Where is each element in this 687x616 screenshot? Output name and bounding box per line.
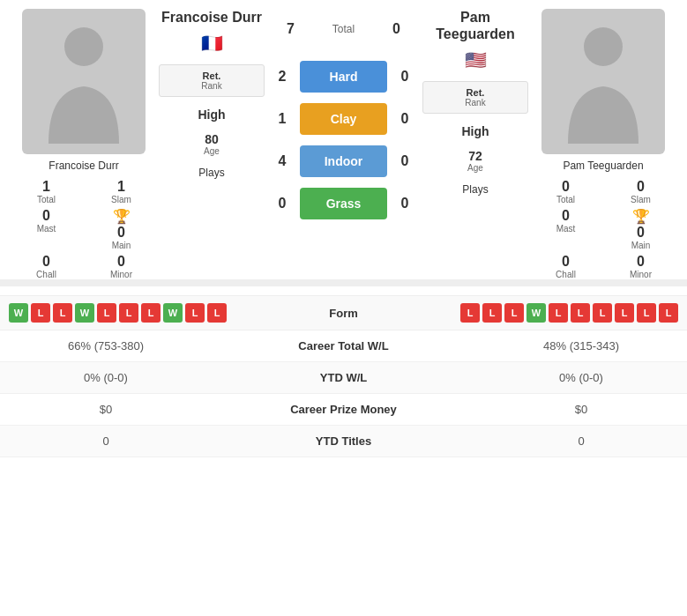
svg-point-0 [64, 27, 103, 66]
form-badge-left-7: W [163, 303, 183, 323]
main-container: Francoise Durr 1 Total 1 Slam 0 Mast 🏆 0 [0, 0, 687, 457]
player2-stats-grid: 0 Total 0 Slam 0 Mast 🏆 0 Main 0 [528, 179, 678, 279]
stats-right-val-2: $0 [493, 403, 669, 416]
form-badge-left-0: W [9, 303, 28, 323]
player1-main-value: 0 [117, 225, 125, 241]
player2-total-cell: 0 Total [533, 179, 599, 204]
form-badge-right-4: L [549, 303, 568, 323]
stats-row-3: 0YTD Titles0 [0, 426, 687, 457]
form-badge-right-9: L [659, 303, 678, 323]
stats-center-label-1: YTD W/L [194, 371, 493, 384]
player1-total-cell: 1 Total [13, 179, 79, 204]
player1-minor-label: Minor [110, 270, 132, 279]
player1-photo [22, 9, 146, 154]
player1-mast-label: Mast [37, 224, 56, 234]
stats-center-label-0: Career Total W/L [194, 339, 493, 353]
grass-row: 0 Grass 0 [265, 183, 422, 224]
hard-left-val: 2 [265, 69, 300, 85]
player1-age-label: Age [204, 146, 220, 156]
indoor-left-val: 4 [265, 153, 300, 169]
player2-rank-label: Ret. [427, 87, 524, 98]
player1-mast-value: 0 [42, 208, 50, 224]
player2-mast-value: 0 [562, 208, 570, 224]
stats-left-val-0: 66% (753-380) [18, 339, 194, 353]
player2-age-value: 72 [467, 149, 483, 163]
stats-left-val-2: $0 [18, 403, 194, 416]
player1-rank-box: Ret. Rank [159, 64, 265, 97]
player2-name-center: Pam Teeguarden [422, 9, 528, 42]
player2-total-label: Total [556, 195, 575, 204]
player1-main-label: Main [112, 241, 131, 250]
player1-stats-grid: 1 Total 1 Slam 0 Mast 🏆 0 Main 0 [9, 179, 159, 279]
clay-row: 1 Clay 0 [265, 99, 422, 139]
player1-rank-sublabel: Rank [163, 81, 260, 91]
player1-chall-value: 0 [42, 254, 50, 270]
player2-plays-label: Plays [462, 183, 488, 196]
form-badge-left-6: L [141, 303, 161, 323]
form-badge-right-2: L [504, 303, 524, 323]
player2-slam-label: Slam [631, 195, 651, 204]
player1-total-label: Total [37, 195, 56, 204]
form-badge-left-4: L [97, 303, 116, 323]
total-row: 7 Total 0 [265, 9, 422, 49]
player2-card: Pam Teeguarden 0 Total 0 Slam 0 Mast 🏆 0 [528, 9, 678, 279]
trophy-icon-right: 🏆 [632, 208, 650, 225]
player2-chall-cell: 0 Chall [533, 254, 599, 279]
hard-button[interactable]: Hard [300, 61, 387, 93]
indoor-row: 4 Indoor 0 [265, 141, 422, 182]
player2-main-cell: 🏆 0 Main [608, 208, 674, 250]
total-left-val: 7 [273, 21, 309, 37]
section-divider [0, 279, 687, 286]
player2-name: Pam Teeguarden [563, 160, 643, 172]
form-badge-left-1: L [31, 303, 50, 323]
hard-row: 2 Hard 0 [265, 56, 422, 97]
surface-column: 7 Total 0 2 Hard 0 1 Clay 0 4 Indoor 0 [265, 9, 422, 226]
player2-chall-label: Chall [556, 270, 576, 279]
stats-left-val-3: 0 [18, 434, 194, 448]
player2-minor-cell: 0 Minor [608, 254, 674, 279]
trophy-icon-left: 🏆 [113, 208, 131, 225]
player1-name-center: Francoise Durr [161, 9, 262, 26]
player1-minor-value: 0 [117, 254, 125, 270]
player1-plays-box: Plays [198, 163, 224, 182]
form-badge-right-6: L [593, 303, 612, 323]
stats-center-label-2: Career Prize Money [194, 403, 493, 416]
stats-right-val-3: 0 [493, 434, 669, 448]
player2-slam-value: 0 [637, 179, 645, 195]
stats-right-val-1: 0% (0-0) [493, 371, 669, 384]
indoor-button[interactable]: Indoor [300, 145, 387, 177]
total-label: Total [309, 23, 379, 35]
stats-left-val-1: 0% (0-0) [18, 371, 194, 384]
grass-button[interactable]: Grass [300, 188, 387, 219]
middle-stats-right: Pam Teeguarden 🇺🇸 Ret. Rank High 72 Age … [422, 9, 528, 199]
player1-slam-value: 1 [117, 179, 125, 195]
player2-plays-box: Plays [462, 180, 488, 199]
player2-slam-cell: 0 Slam [608, 179, 674, 204]
player2-minor-value: 0 [637, 254, 645, 270]
player1-chall-cell: 0 Chall [13, 254, 79, 279]
comparison-section: Francoise Durr 1 Total 1 Slam 0 Mast 🏆 0 [0, 0, 687, 279]
player1-flag: 🇫🇷 [201, 33, 223, 54]
player1-plays-label: Plays [198, 167, 224, 179]
player1-slam-cell: 1 Slam [88, 179, 154, 204]
form-badge-right-8: L [637, 303, 656, 323]
player2-rank-sublabel: Rank [427, 98, 524, 108]
form-section: WLLWLLLWLL Form LLLWLLLLLL [0, 295, 687, 330]
stats-right-val-0: 48% (315-343) [493, 339, 669, 353]
player2-main-value: 0 [637, 225, 645, 241]
clay-button[interactable]: Clay [300, 103, 387, 135]
player2-mast-cell: 0 Mast [533, 208, 599, 250]
stats-row-0: 66% (753-380)Career Total W/L48% (315-34… [0, 330, 687, 362]
stats-row-2: $0Career Prize Money$0 [0, 394, 687, 426]
player1-slam-label: Slam [111, 195, 131, 204]
player1-age-value: 80 [204, 132, 220, 146]
grass-right-val: 0 [387, 196, 422, 212]
form-badge-right-7: L [615, 303, 634, 323]
form-badge-right-3: W [526, 303, 546, 323]
total-right-val: 0 [379, 21, 414, 37]
player2-age-label: Age [467, 163, 483, 173]
form-badge-left-3: W [75, 303, 94, 323]
indoor-right-val: 0 [387, 153, 422, 169]
player1-rank-label: Ret. [163, 71, 260, 81]
form-badge-left-2: L [53, 303, 72, 323]
